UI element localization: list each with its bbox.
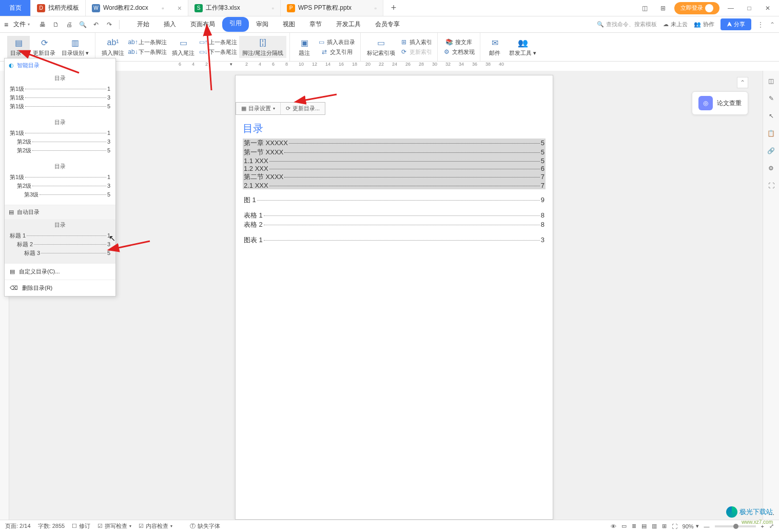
updidx-icon: ⟳ [400,48,407,55]
view-page-icon[interactable]: ≣ [632,523,636,529]
status-content[interactable]: ☑内容检查 ▾ [139,522,172,530]
minimize-button[interactable]: — [724,1,738,15]
settings-icon[interactable]: ⚙ [766,163,776,173]
style-icon[interactable]: ✎ [766,93,776,104]
view-web-icon[interactable]: ▤ [641,523,647,529]
zoom-level[interactable]: 90% ▾ [683,523,699,529]
toc-style-3[interactable]: 目录 第1级1 第2级3 第3级5 [5,161,115,205]
tab-xlsx[interactable]: S 工作簿3.xlsx ▫ [188,0,281,16]
insert-endnote-button[interactable]: ▭插入尾注 [169,36,198,58]
toc-entry[interactable]: 第一节 XXXX5 [243,148,546,157]
expand-icon[interactable]: ⛶ [766,181,776,191]
tab-insert[interactable]: 插入 [157,17,183,32]
undo-icon[interactable]: ↶ [90,19,102,30]
status-font[interactable]: Ⓣ缺失字体 [190,522,220,530]
toc-chart-entry[interactable]: 图表 13 [243,235,546,245]
tab-chapter[interactable]: 章节 [302,17,329,32]
more-icon[interactable]: ⋮ [757,21,764,28]
zoom-slider[interactable] [715,525,756,527]
mark-index-button[interactable]: ▭标记索引项 [364,36,398,58]
tab-word-doc[interactable]: W Word教程2.docx ▫ × [86,0,188,16]
status-page[interactable]: 页面: 2/14 [5,522,31,530]
collapse-ribbon-icon[interactable]: ⌃ [770,21,775,28]
tab-menu-icon[interactable]: ▫ [162,5,164,12]
save-icon[interactable]: 🖶 [37,19,48,30]
update-index-button[interactable]: ⟳更新索引 [398,48,434,56]
toc-entry[interactable]: 2.1 XXX7 [243,182,546,189]
status-revise[interactable]: ☐修订 [72,522,90,530]
cloud-button[interactable]: ☁未上云 [663,21,688,28]
view-grid-icon[interactable]: ⊞ [662,523,667,529]
close-icon[interactable]: × [178,4,182,12]
search-input[interactable]: 🔍 查找命令、搜索模板 [597,21,657,28]
document-page[interactable]: ▦目录设置 ▾ ⟳更新目录... 目录 第一章 XXXXX5 第一节 XXXX5… [235,75,553,520]
status-words[interactable]: 字数: 2855 [38,522,65,530]
zoom-out-button[interactable]: — [704,523,710,529]
tab-template[interactable]: D 找稻壳模板 [31,0,86,16]
toc-table-entry[interactable]: 表格 28 [243,220,546,229]
clipboard-icon[interactable]: 📋 [766,128,776,139]
view-read-icon[interactable]: ▭ [621,523,627,529]
redo-icon[interactable]: ↷ [104,19,115,30]
file-menu[interactable]: 文件▾ [9,18,34,31]
tab-start[interactable]: 开始 [130,17,157,32]
maximize-button[interactable]: □ [742,1,756,15]
tab-home[interactable]: 首页 [0,0,31,16]
toc-settings-button[interactable]: ▦目录设置 ▾ [236,103,281,114]
insert-footnote-button[interactable]: ab¹插入脚注 [99,36,127,58]
statusbar: 页面: 2/14 字数: 2855 ☐修订 ☑拼写检查 ▾ ☑内容检查 ▾ Ⓣ缺… [0,520,779,532]
custom-toc-button[interactable]: ▤ 自定义目录(C)... [5,263,115,280]
preview-icon[interactable]: 🔍 [77,19,88,30]
toc-entry[interactable]: 第一章 XXXXX5 [243,139,546,148]
cross-ref-button[interactable]: ⇄交叉引用 [316,48,357,56]
tab-references[interactable]: 引用 [222,17,249,32]
toc-entry[interactable]: 第二节 XXXX7 [243,172,546,182]
doc-discover-button[interactable]: ⚙文档发现 [441,48,477,56]
grid-icon[interactable]: ◫ [637,1,652,15]
insert-figure-toc-button[interactable]: ▭插入表目录 [316,38,357,47]
new-icon[interactable]: 🗋 [50,19,62,30]
cloud-icon: ☁ [663,21,669,28]
tab-pptx[interactable]: P WPS PPT教程.pptx ▫ [281,0,383,16]
toc-style-auto[interactable]: 目录 标题 11 标题 23 标题 35 [5,219,115,263]
login-button[interactable]: 立即登录 [674,2,719,14]
refs-lib-button[interactable]: 📚搜文库 [441,38,477,47]
share-button[interactable]: ⮝ 分享 [720,18,751,30]
group-send-button[interactable]: 👥群发工具 ▾ [506,36,539,58]
insert-index-button[interactable]: ⊞插入索引 [398,38,434,47]
toc-entry[interactable]: 1.2 XXX6 [243,165,546,172]
plagiarism-check-card[interactable]: ◎ 论文查重 [692,91,748,115]
select-icon[interactable]: ↖ [766,111,776,121]
mail-button[interactable]: ✉邮件 [483,36,506,58]
word-icon: W [92,4,100,12]
toc-table-entry[interactable]: 表格 18 [243,211,546,220]
close-window-button[interactable]: ✕ [761,1,775,15]
link-icon[interactable]: 🔗 [766,146,776,156]
print-icon[interactable]: 🖨 [64,19,75,30]
prev-footnote-button[interactable]: ab↑上一条脚注 [127,38,169,47]
tab-member[interactable]: 会员专享 [368,17,407,32]
tab-devtools[interactable]: 开发工具 [329,17,368,32]
toc-entry[interactable]: 1.1 XXX5 [243,157,546,165]
add-tab-button[interactable]: + [383,0,404,16]
delete-toc-button[interactable]: ⌫ 删除目录(R) [5,280,115,296]
tab-menu-icon[interactable]: ▫ [375,5,377,12]
hamburger-icon[interactable]: ≡ [4,21,8,29]
tab-menu-icon[interactable]: ▫ [272,5,274,12]
tab-view[interactable]: 视图 [276,17,302,32]
apps-icon[interactable]: ⊞ [656,1,670,15]
zoom-fit-icon[interactable]: ⛶ [672,523,677,529]
footnote-separator-button[interactable]: [¦]脚注/尾注分隔线 [239,36,286,58]
caption-button[interactable]: ▣题注 [293,36,316,58]
toc-style-2[interactable]: 目录 第1级1 第2级3 第2级5 [5,116,115,161]
view-outline-icon[interactable]: ▥ [652,523,657,529]
floating-collapse-button[interactable]: ⌃ [737,77,748,88]
toolbox-icon[interactable]: ◫ [766,76,776,86]
collab-button[interactable]: 👥协作 [694,21,714,28]
toc-figure-entry[interactable]: 图 19 [243,195,546,205]
tab-review[interactable]: 审阅 [249,17,276,32]
next-footnote-button[interactable]: ab↓下一条脚注 [127,48,169,56]
view-eye-icon[interactable]: 👁 [611,523,616,529]
search-icon: 🔍 [597,21,604,28]
status-spell[interactable]: ☑拼写检查 ▾ [98,522,131,530]
